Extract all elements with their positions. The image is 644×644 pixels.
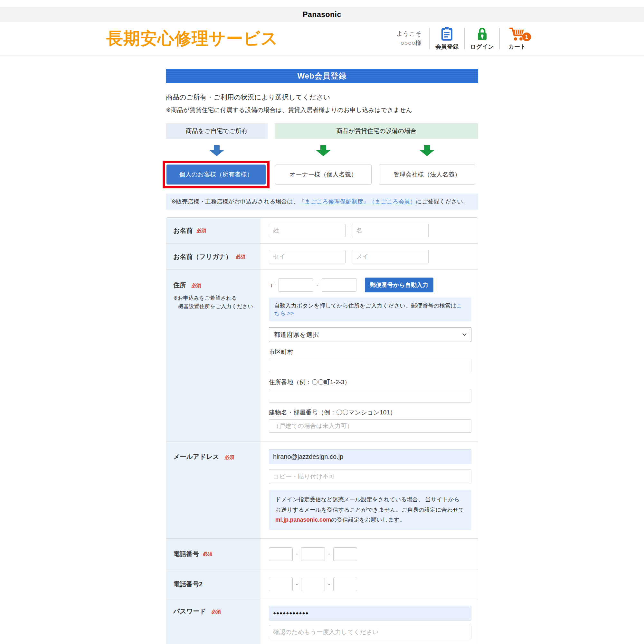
building-input[interactable] [269,419,471,433]
service-title: 長期安心修理サービス [106,27,278,50]
last-name-input[interactable] [269,224,346,237]
postal-code-first-input[interactable] [279,278,313,292]
name-row: お名前 必須 [166,218,478,243]
kana-label: お名前（フリガナ） [173,252,232,261]
green-down-arrow-icon [420,145,434,157]
option-management-company-button[interactable]: 管理会社様（法人名義） [379,165,475,185]
postal-code-line: 〒 - 郵便番号から自動入力 [269,278,471,292]
customer-type-options: 個人のお客様（所有者様） オーナー様（個人名義） 管理会社様（法人名義） [166,161,478,188]
magokoro-link[interactable]: 『まごころ修理保証制度』（まごころ会員） [299,198,416,205]
page-title: Web会員登録 [297,71,346,81]
main-content: Web会員登録 商品のご所有・ご利用の状況により選択してください ※商品が賃貸住… [166,69,478,644]
kana-label-cell: お名前（フリガナ） 必須 [166,244,260,270]
last-name-kana-input[interactable] [269,250,346,263]
name-label-cell: お名前 必須 [166,218,260,243]
required-badge: 必須 [196,228,206,234]
email-info-domain: ml.jp.panasonic.com [275,516,331,523]
email-confirm-input[interactable] [269,469,471,484]
email-info-box: ドメイン指定受信など迷惑メール設定をされている場合、 当サイトからお送りするメー… [269,490,471,530]
intro-instruction: 商品のご所有・ご利用の状況により選択してください [166,93,478,102]
phone-dash: - [328,551,330,557]
required-badge: 必須 [224,454,234,460]
prefecture-select-value: 都道府県を選択 [274,330,319,339]
postal-dash: - [317,282,318,289]
phone-part1-input[interactable] [269,547,293,561]
green-down-arrow-icon [316,145,331,157]
nav-member-register[interactable]: 会員登録 [430,26,464,51]
dealer-note-suffix: にご登録ください。 [416,198,469,205]
required-badge: 必須 [211,609,221,614]
address-note-line2: 機器設置住所をご入力ください [173,302,260,310]
address-label-cell: 住所 必須 ※お申込みをご希望される 機器設置住所をご入力ください [166,270,260,441]
option-owner-personal-button[interactable]: オーナー様（個人名義） [275,165,372,185]
street-input[interactable] [269,389,471,403]
category-arrows [166,145,478,157]
site-header: 長期安心修理サービス ようこそ ○○○○様 会員登 [0,22,644,55]
address-row: 住所 必須 ※お申込みをご希望される 機器設置住所をご入力ください 〒 - 郵便 [166,270,478,441]
city-label: 市区町村 [269,348,471,356]
prefecture-select[interactable]: 都道府県を選択 [269,327,471,342]
welcome-line1: ようこそ [396,29,421,39]
required-badge: 必須 [203,551,213,557]
cart-icon: 1 [509,26,525,41]
kana-row: お名前（フリガナ） 必須 [166,243,478,270]
required-badge: 必須 [191,283,201,288]
phone-part2-input[interactable] [301,547,325,561]
kana-input-cell [260,244,478,270]
first-name-input[interactable] [352,224,429,237]
option-individual-owner-button[interactable]: 個人のお客様（所有者様） [166,165,266,185]
address-note: ※お申込みをご希望される 機器設置住所をご入力ください [173,294,260,311]
clipboard-register-icon [440,26,453,41]
panasonic-logo[interactable]: Panasonic [303,10,341,19]
category-own-home: 商品をご自宅でご所有 [166,123,268,139]
selected-option-highlight-frame: 個人のお客様（所有者様） [163,161,270,188]
address-label: 住所 [173,281,186,289]
page: Panasonic 長期安心修理サービス ようこそ ○○○○様 [0,0,644,644]
email-row: メールアドレス 必須 ドメイン指定受信など迷惑メール設定をされている場合、 当サ… [166,441,478,538]
phone-part3-input[interactable] [333,547,357,561]
global-top-bar: Panasonic [0,7,644,22]
phone2-part3-input[interactable] [333,578,357,591]
phone-input-cell: - - [260,539,478,570]
phone-dash: - [296,551,298,557]
name-input-cell [260,218,478,243]
header-nav: ようこそ ○○○○様 会員登録 [396,26,535,51]
dealer-note: ※販売店様・工務店様がお申込みされる場合は、『まごころ修理保証制度』（まごころ会… [166,194,478,210]
city-input[interactable] [269,359,471,372]
password-input-cell [260,599,478,644]
first-name-kana-input[interactable] [352,250,429,263]
phone2-part2-input[interactable] [301,578,325,591]
welcome-user-name: ○○○○様 [396,39,421,48]
lock-login-icon [476,26,488,41]
nav-login[interactable]: ログイン [465,26,499,51]
phone-label-cell: 電話番号 必須 [166,539,260,570]
postal-autofill-button[interactable]: 郵便番号から自動入力 [365,278,433,292]
postal-hint-bar: 自動入力ボタンを押してから住所をご入力ください。郵便番号の検索はこちら >> [269,298,471,321]
required-badge: 必須 [236,254,245,260]
password-confirm-input[interactable] [269,625,471,639]
category-rental-equipment: 商品が賃貸住宅の設備の場合 [275,123,478,139]
nav-login-label: ログイン [470,43,494,51]
nav-cart[interactable]: 1 カート [500,26,535,51]
password-label: パスワード [173,608,206,615]
address-note-line1: ※お申込みをご希望される [173,295,237,301]
nav-cart-label: カート [508,43,526,51]
email-input[interactable] [269,449,471,464]
postal-code-second-input[interactable] [322,278,356,292]
intro-caution: ※商品が賃貸住宅に付属する設備の場合は、賃貸入居者様よりのお申し込みはできません [166,106,478,114]
dealer-note-prefix: ※販売店様・工務店様がお申込みされる場合は、 [171,198,299,205]
password-row: パスワード 必須 [166,599,478,644]
phone2-dash: - [296,581,298,588]
email-info-suffix: の受信設定をお願いします。 [331,516,405,523]
phone2-part1-input[interactable] [269,578,293,591]
welcome-text: ようこそ ○○○○様 [396,29,421,48]
phone2-dash: - [328,581,330,588]
postal-mark: 〒 [269,281,275,289]
email-label-cell: メールアドレス 必須 [166,441,260,538]
phone2-label-cell: 電話番号2 [166,570,260,599]
password-input[interactable] [269,606,471,620]
password-label-cell: パスワード 必須 [166,599,260,644]
cart-count-badge: 1 [522,33,531,41]
street-label: 住所番地（例：〇〇町1-2-3） [269,378,471,386]
phone2-input-cell: - - [260,570,478,599]
